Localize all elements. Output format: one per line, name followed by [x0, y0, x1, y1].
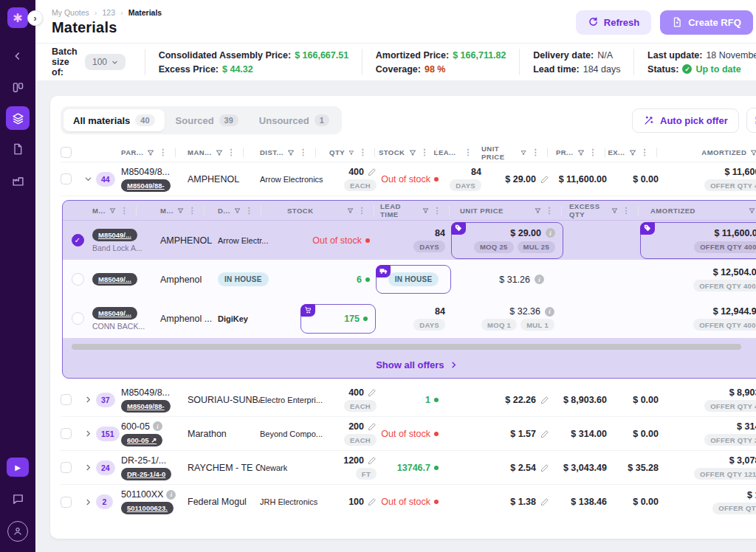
filter-icon[interactable]: [520, 149, 526, 156]
table-row[interactable]: 44 M85049/8...M85049/88- AMPHENOL Arrow …: [61, 162, 756, 196]
edit-pencil-icon[interactable]: [540, 497, 549, 506]
auto-pick-offer-button[interactable]: Auto pick offer: [632, 108, 739, 133]
edit-pencil-icon[interactable]: [368, 422, 377, 431]
offer-unit-price-box[interactable]: $ 29.00i MOQ 25MUL 25: [451, 222, 563, 259]
select-all-checkbox[interactable]: [61, 147, 72, 158]
column-menu-icon[interactable]: ⋮: [227, 148, 237, 157]
sidebar-expand-toggle[interactable]: ›: [27, 10, 43, 26]
filter-icon[interactable]: [348, 149, 354, 156]
filter-icon[interactable]: [750, 149, 756, 156]
filter-icon[interactable]: [629, 149, 636, 156]
breadcrumb-quote-id[interactable]: 123: [102, 8, 115, 17]
filter-icon[interactable]: [611, 207, 618, 214]
expand-row-icon[interactable]: [80, 429, 96, 438]
tab-unsourced[interactable]: Unsourced 1: [250, 109, 339, 131]
column-menu-icon[interactable]: ⋮: [298, 148, 309, 157]
column-menu-icon[interactable]: ⋮: [358, 148, 368, 157]
boards-icon[interactable]: [6, 75, 30, 99]
chat-support-icon[interactable]: [6, 487, 30, 511]
row-checkbox[interactable]: [61, 173, 72, 184]
row-checkbox[interactable]: [61, 462, 72, 473]
offer-part-link[interactable]: M85049/...: [92, 229, 137, 241]
part-number-link[interactable]: DR-25-1/4-0: [121, 468, 171, 480]
edit-pencil-icon[interactable]: [540, 175, 549, 184]
part-number-link[interactable]: M85049/88-: [121, 179, 171, 192]
info-icon[interactable]: i: [166, 490, 176, 500]
edit-pencil-icon[interactable]: [540, 463, 549, 472]
offers-horizontal-scrollbar[interactable]: [72, 344, 756, 350]
table-row[interactable]: 151 600-05i 600-05 ↗ Marathon Beyond Com…: [61, 417, 756, 451]
production-icon[interactable]: [6, 168, 30, 192]
row-checkbox[interactable]: [61, 428, 72, 439]
table-row[interactable]: 37 M85049/8...M85049/88- SOURIAU-SUNBA E…: [61, 383, 756, 417]
offer-part-link[interactable]: M85049/...: [92, 307, 137, 320]
collapse-sidebar-icon[interactable]: [6, 44, 30, 68]
table-row[interactable]: 24 DR-25-1/...DR-25-1/4-0 RAYCHEM - TE C…: [61, 451, 756, 485]
column-menu-icon[interactable]: ⋮: [158, 148, 168, 157]
refresh-button[interactable]: Refresh: [576, 10, 651, 35]
batch-size-dropdown[interactable]: 100: [85, 54, 126, 70]
filter-icon[interactable]: [147, 149, 154, 156]
filter-icon[interactable]: [577, 149, 585, 156]
column-menu-icon[interactable]: ⋮: [640, 148, 650, 157]
breadcrumb-my-quotes[interactable]: My Quotes: [52, 8, 89, 17]
edit-pencil-icon[interactable]: [540, 396, 549, 404]
filter-icon[interactable]: [216, 149, 223, 156]
show-all-offers-link[interactable]: Show all offers: [63, 351, 756, 378]
edit-pencil-icon[interactable]: [540, 429, 549, 438]
documents-icon[interactable]: [6, 137, 30, 161]
part-number-link[interactable]: 600-05 ↗: [121, 434, 162, 446]
column-menu-icon[interactable]: ⋮: [420, 148, 430, 157]
filter-icon[interactable]: [109, 207, 116, 214]
column-menu-icon[interactable]: ⋮: [588, 148, 599, 157]
materials-layers-icon[interactable]: [6, 106, 30, 130]
row-checkbox[interactable]: [61, 497, 72, 508]
info-icon[interactable]: i: [535, 275, 544, 284]
offer-radio[interactable]: [72, 273, 84, 286]
offer-stock-box[interactable]: 175: [300, 304, 376, 334]
column-menu-icon[interactable]: ⋮: [244, 206, 255, 215]
column-menu-icon[interactable]: ⋮: [188, 206, 198, 215]
part-number-link[interactable]: 5011000623.: [121, 502, 173, 514]
column-menu-icon[interactable]: ⋮: [545, 206, 555, 215]
filter-icon[interactable]: [749, 207, 755, 214]
table-row[interactable]: 2 501100XXi 5011000623. Federal Mogul JR…: [61, 485, 756, 519]
edit-pencil-icon[interactable]: [368, 388, 377, 397]
column-menu-icon[interactable]: ⋮: [464, 148, 474, 157]
fullscreen-button[interactable]: [746, 108, 756, 133]
edit-pencil-icon[interactable]: [368, 456, 377, 465]
part-number-link[interactable]: M85049/88-: [121, 400, 171, 413]
filter-icon[interactable]: [422, 207, 429, 214]
column-menu-icon[interactable]: ⋮: [120, 206, 130, 215]
offer-lead-time-box[interactable]: IN HOUSE: [376, 265, 451, 294]
expand-row-icon[interactable]: [80, 396, 96, 404]
app-logo-icon[interactable]: ✱: [7, 7, 28, 28]
user-avatar-icon[interactable]: [7, 521, 28, 542]
offer-row-selected[interactable]: ✓ M85049/...Band Lock A... AMPHENOL Arro…: [63, 221, 756, 260]
expand-row-icon[interactable]: [80, 498, 96, 506]
offer-row[interactable]: M85049/... Amphenol IN HOUSE 6 IN HOUSE …: [63, 260, 756, 299]
tab-all-materials[interactable]: All materials 40: [63, 109, 165, 131]
create-rfq-button[interactable]: Create RFQ: [660, 10, 753, 35]
expand-row-icon[interactable]: [80, 463, 96, 472]
column-menu-icon[interactable]: ⋮: [531, 148, 541, 157]
column-menu-icon[interactable]: ⋮: [433, 206, 443, 215]
tutorial-video-icon[interactable]: ▶: [7, 458, 29, 477]
offer-row[interactable]: M85049/...CONN BACK... Amphenol ... Digi…: [63, 299, 756, 338]
offer-radio-selected[interactable]: ✓: [72, 234, 84, 246]
filter-icon[interactable]: [535, 207, 541, 214]
column-menu-icon[interactable]: ⋮: [622, 206, 632, 215]
info-icon[interactable]: i: [153, 421, 162, 431]
offer-radio[interactable]: [72, 312, 84, 325]
filter-icon[interactable]: [409, 149, 416, 156]
collapse-row-icon[interactable]: [80, 175, 96, 183]
edit-pencil-icon[interactable]: [368, 168, 377, 176]
info-icon[interactable]: i: [546, 228, 555, 238]
edit-pencil-icon[interactable]: [368, 497, 377, 506]
filter-icon[interactable]: [234, 207, 241, 214]
offer-amortized-box[interactable]: $ 11,600.00 OFFER QTY 400: [640, 222, 756, 259]
filter-icon[interactable]: [287, 149, 295, 156]
filter-icon[interactable]: [177, 207, 184, 214]
offer-part-link[interactable]: M85049/...: [92, 273, 137, 286]
column-menu-icon[interactable]: ⋮: [357, 206, 368, 215]
